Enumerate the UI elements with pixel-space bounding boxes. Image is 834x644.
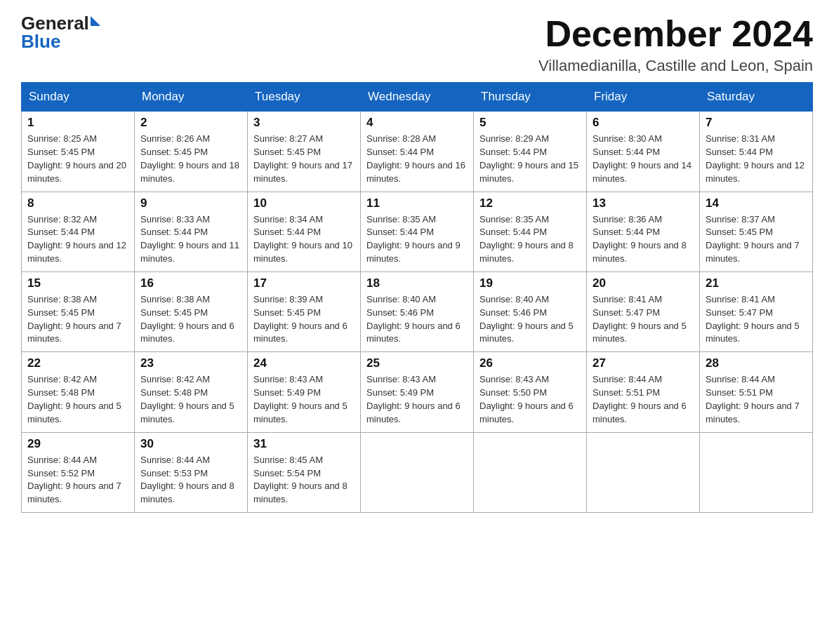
calendar-cell: 23 Sunrise: 8:42 AMSunset: 5:48 PMDaylig… (135, 352, 248, 432)
calendar-cell: 9 Sunrise: 8:33 AMSunset: 5:44 PMDayligh… (135, 192, 248, 271)
day-number: 9 (140, 196, 241, 210)
day-info: Sunrise: 8:27 AMSunset: 5:45 PMDaylight:… (253, 133, 355, 185)
day-number: 19 (479, 276, 581, 290)
calendar-cell: 11 Sunrise: 8:35 AMSunset: 5:44 PMDaylig… (361, 192, 474, 271)
logo-general-text: General (21, 14, 89, 32)
day-number: 2 (140, 116, 241, 130)
calendar-cell (587, 432, 700, 512)
calendar-week-row: 1 Sunrise: 8:25 AMSunset: 5:45 PMDayligh… (22, 112, 813, 192)
weekday-header-thursday: Thursday (474, 83, 587, 112)
day-info: Sunrise: 8:45 AMSunset: 5:54 PMDaylight:… (253, 454, 355, 507)
calendar-cell: 31 Sunrise: 8:45 AMSunset: 5:54 PMDaylig… (248, 432, 361, 512)
day-number: 21 (706, 276, 807, 290)
day-number: 3 (253, 116, 355, 130)
day-info: Sunrise: 8:35 AMSunset: 5:44 PMDaylight:… (366, 213, 468, 266)
day-number: 26 (479, 356, 581, 370)
day-info: Sunrise: 8:28 AMSunset: 5:44 PMDaylight:… (366, 133, 468, 185)
day-number: 20 (593, 276, 694, 290)
day-info: Sunrise: 8:26 AMSunset: 5:45 PMDaylight:… (140, 133, 241, 185)
location-title: Villamedianilla, Castille and Leon, Spai… (538, 57, 813, 75)
header: General Blue December 2024 Villamedianil… (21, 14, 813, 75)
day-info: Sunrise: 8:41 AMSunset: 5:47 PMDaylight:… (706, 293, 807, 346)
day-number: 27 (593, 356, 694, 370)
day-number: 7 (706, 116, 807, 130)
calendar-cell: 30 Sunrise: 8:44 AMSunset: 5:53 PMDaylig… (135, 432, 248, 512)
day-info: Sunrise: 8:43 AMSunset: 5:49 PMDaylight:… (366, 373, 468, 426)
weekday-header-monday: Monday (135, 83, 248, 112)
day-number: 15 (27, 276, 128, 290)
logo: General Blue (21, 14, 100, 53)
day-number: 11 (366, 196, 468, 210)
calendar-cell: 14 Sunrise: 8:37 AMSunset: 5:45 PMDaylig… (700, 192, 813, 271)
day-info: Sunrise: 8:30 AMSunset: 5:44 PMDaylight:… (593, 133, 694, 185)
calendar-table: SundayMondayTuesdayWednesdayThursdayFrid… (21, 82, 813, 513)
day-number: 1 (27, 116, 128, 130)
title-area: December 2024 Villamedianilla, Castille … (538, 14, 813, 75)
day-number: 8 (27, 196, 128, 210)
day-info: Sunrise: 8:29 AMSunset: 5:44 PMDaylight:… (479, 133, 581, 185)
calendar-cell: 13 Sunrise: 8:36 AMSunset: 5:44 PMDaylig… (587, 192, 700, 271)
month-title: December 2024 (538, 14, 813, 54)
calendar-cell: 20 Sunrise: 8:41 AMSunset: 5:47 PMDaylig… (587, 271, 700, 351)
day-info: Sunrise: 8:43 AMSunset: 5:49 PMDaylight:… (253, 373, 355, 426)
day-number: 5 (479, 116, 581, 130)
day-number: 23 (140, 356, 241, 370)
day-info: Sunrise: 8:44 AMSunset: 5:52 PMDaylight:… (27, 454, 128, 507)
day-info: Sunrise: 8:44 AMSunset: 5:51 PMDaylight:… (593, 373, 694, 426)
calendar-cell: 3 Sunrise: 8:27 AMSunset: 5:45 PMDayligh… (248, 112, 361, 192)
day-number: 6 (593, 116, 694, 130)
calendar-cell: 24 Sunrise: 8:43 AMSunset: 5:49 PMDaylig… (248, 352, 361, 432)
day-number: 29 (27, 437, 128, 451)
calendar-week-row: 8 Sunrise: 8:32 AMSunset: 5:44 PMDayligh… (22, 192, 813, 271)
calendar-cell (361, 432, 474, 512)
calendar-cell (474, 432, 587, 512)
calendar-week-row: 29 Sunrise: 8:44 AMSunset: 5:52 PMDaylig… (22, 432, 813, 512)
day-number: 30 (140, 437, 241, 451)
day-info: Sunrise: 8:44 AMSunset: 5:51 PMDaylight:… (706, 373, 807, 426)
calendar-cell: 2 Sunrise: 8:26 AMSunset: 5:45 PMDayligh… (135, 112, 248, 192)
day-info: Sunrise: 8:35 AMSunset: 5:44 PMDaylight:… (479, 213, 581, 266)
calendar-cell: 27 Sunrise: 8:44 AMSunset: 5:51 PMDaylig… (587, 352, 700, 432)
calendar-cell: 22 Sunrise: 8:42 AMSunset: 5:48 PMDaylig… (22, 352, 135, 432)
calendar-cell: 15 Sunrise: 8:38 AMSunset: 5:45 PMDaylig… (22, 271, 135, 351)
day-info: Sunrise: 8:41 AMSunset: 5:47 PMDaylight:… (593, 293, 694, 346)
day-number: 10 (253, 196, 355, 210)
weekday-header-wednesday: Wednesday (361, 83, 474, 112)
weekday-header-sunday: Sunday (22, 83, 135, 112)
day-number: 13 (593, 196, 694, 210)
day-info: Sunrise: 8:42 AMSunset: 5:48 PMDaylight:… (27, 373, 128, 426)
calendar-cell: 19 Sunrise: 8:40 AMSunset: 5:46 PMDaylig… (474, 271, 587, 351)
day-number: 25 (366, 356, 468, 370)
day-info: Sunrise: 8:42 AMSunset: 5:48 PMDaylight:… (140, 373, 241, 426)
day-info: Sunrise: 8:44 AMSunset: 5:53 PMDaylight:… (140, 454, 241, 507)
logo-blue-text: Blue (21, 31, 60, 53)
calendar-cell: 18 Sunrise: 8:40 AMSunset: 5:46 PMDaylig… (361, 271, 474, 351)
day-info: Sunrise: 8:31 AMSunset: 5:44 PMDaylight:… (706, 133, 807, 185)
weekday-header-saturday: Saturday (700, 83, 813, 112)
calendar-cell: 17 Sunrise: 8:39 AMSunset: 5:45 PMDaylig… (248, 271, 361, 351)
weekday-header-row: SundayMondayTuesdayWednesdayThursdayFrid… (22, 83, 813, 112)
day-number: 4 (366, 116, 468, 130)
day-info: Sunrise: 8:37 AMSunset: 5:45 PMDaylight:… (706, 213, 807, 266)
day-number: 16 (140, 276, 241, 290)
day-info: Sunrise: 8:40 AMSunset: 5:46 PMDaylight:… (366, 293, 468, 346)
calendar-week-row: 15 Sunrise: 8:38 AMSunset: 5:45 PMDaylig… (22, 271, 813, 351)
day-number: 24 (253, 356, 355, 370)
calendar-cell: 5 Sunrise: 8:29 AMSunset: 5:44 PMDayligh… (474, 112, 587, 192)
day-info: Sunrise: 8:32 AMSunset: 5:44 PMDaylight:… (27, 213, 128, 266)
calendar-cell: 10 Sunrise: 8:34 AMSunset: 5:44 PMDaylig… (248, 192, 361, 271)
calendar-cell: 4 Sunrise: 8:28 AMSunset: 5:44 PMDayligh… (361, 112, 474, 192)
calendar-week-row: 22 Sunrise: 8:42 AMSunset: 5:48 PMDaylig… (22, 352, 813, 432)
calendar-cell: 7 Sunrise: 8:31 AMSunset: 5:44 PMDayligh… (700, 112, 813, 192)
day-number: 18 (366, 276, 468, 290)
calendar-cell: 6 Sunrise: 8:30 AMSunset: 5:44 PMDayligh… (587, 112, 700, 192)
calendar-cell: 25 Sunrise: 8:43 AMSunset: 5:49 PMDaylig… (361, 352, 474, 432)
calendar-cell: 12 Sunrise: 8:35 AMSunset: 5:44 PMDaylig… (474, 192, 587, 271)
calendar-cell: 1 Sunrise: 8:25 AMSunset: 5:45 PMDayligh… (22, 112, 135, 192)
calendar-cell: 29 Sunrise: 8:44 AMSunset: 5:52 PMDaylig… (22, 432, 135, 512)
day-info: Sunrise: 8:38 AMSunset: 5:45 PMDaylight:… (140, 293, 241, 346)
calendar-cell: 28 Sunrise: 8:44 AMSunset: 5:51 PMDaylig… (700, 352, 813, 432)
logo-triangle-icon (91, 16, 100, 26)
day-number: 22 (27, 356, 128, 370)
day-info: Sunrise: 8:25 AMSunset: 5:45 PMDaylight:… (27, 133, 128, 185)
